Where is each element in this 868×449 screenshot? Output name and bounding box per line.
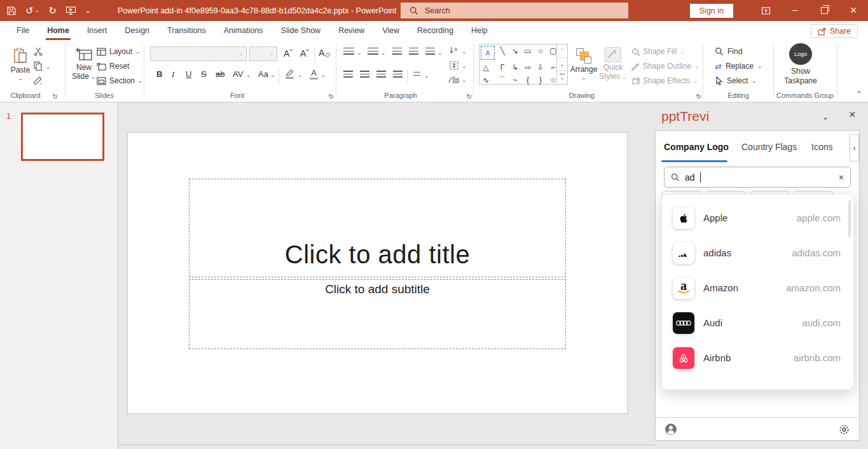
tab-review[interactable]: Review xyxy=(329,21,373,40)
tab-slide-show[interactable]: Slide Show xyxy=(272,21,330,40)
font-size-combobox[interactable]: ⌄ xyxy=(249,46,277,61)
titlebar-search[interactable]: Search xyxy=(401,3,628,18)
tab-view[interactable]: View xyxy=(373,21,408,40)
result-amazon[interactable]: a Amazon amazon.com xyxy=(662,270,853,305)
start-slideshow-icon[interactable] xyxy=(65,6,76,15)
text-direction-dropdown-icon[interactable]: ⌄ xyxy=(462,49,467,55)
reset-button[interactable]: Reset xyxy=(97,62,129,71)
shape-oval[interactable]: ○ xyxy=(534,45,547,57)
select-button[interactable]: Select⌄ xyxy=(715,76,757,85)
tab-home[interactable]: Home xyxy=(38,21,78,40)
customize-qat-icon[interactable]: ⌄ xyxy=(85,7,91,14)
result-audi[interactable]: Audi audi.com xyxy=(662,305,853,340)
undo-icon[interactable]: ↺⌄ xyxy=(25,6,39,15)
clear-search-icon[interactable]: × xyxy=(839,172,844,183)
align-left-icon[interactable] xyxy=(343,71,353,78)
tab-company-logo[interactable]: Company Logo xyxy=(664,142,729,152)
shape-right-arrow[interactable]: ⇨ xyxy=(521,61,534,74)
italic-button[interactable]: I xyxy=(172,70,174,78)
clipboard-dialog-launcher-icon[interactable] xyxy=(51,92,58,99)
highlight-dropdown-icon[interactable]: ⌄ xyxy=(298,73,303,78)
font-dialog-launcher-icon[interactable] xyxy=(327,92,334,99)
shape-elbow-arrow[interactable]: ↳ xyxy=(509,61,521,74)
save-icon[interactable] xyxy=(6,6,17,16)
arrange-button[interactable]: Arrange ⌄ xyxy=(571,45,596,83)
bold-button[interactable]: B xyxy=(156,70,162,78)
highlight-color-button[interactable] xyxy=(285,69,294,79)
convert-smartart-dropdown-icon[interactable]: ⌄ xyxy=(462,78,467,83)
slide-thumbnail[interactable] xyxy=(21,113,104,161)
new-slide-button[interactable]: New Slide ⌄ xyxy=(70,45,98,84)
font-color-dropdown-icon[interactable]: ⌄ xyxy=(321,73,326,78)
shape-right-brace[interactable]: } xyxy=(534,74,547,86)
font-name-combobox[interactable]: ⌄ xyxy=(150,46,247,61)
tab-country-flags[interactable]: Country Flags xyxy=(741,142,797,152)
sign-in-button[interactable]: Sign in xyxy=(690,4,733,18)
tab-help[interactable]: Help xyxy=(462,21,497,40)
numbering-icon[interactable] xyxy=(368,48,378,55)
tab-insert[interactable]: Insert xyxy=(78,21,116,40)
shape-scribble[interactable]: ∿ xyxy=(479,74,492,86)
copy-dropdown-icon[interactable]: ⌄ xyxy=(46,64,51,70)
shape-textbox[interactable]: A xyxy=(481,46,495,60)
shape-arc[interactable]: ⌒ xyxy=(496,74,509,86)
clear-formatting-button[interactable]: A xyxy=(319,48,331,57)
shape-left-brace[interactable]: { xyxy=(521,74,534,86)
shrink-font-button[interactable]: Aˇ xyxy=(300,49,309,58)
shape-gallery[interactable]: A ╲ ↘ ▭ ○ ▢ △ Γ ↳ ⇨ ⇩ ⌐ ∿ ⌒ ~ { } ☆ ⌃ xyxy=(479,44,568,85)
restore-button[interactable] xyxy=(809,0,839,21)
convert-smartart-icon[interactable] xyxy=(448,75,459,84)
quick-styles-button[interactable]: Quick Styles ⌄ xyxy=(599,45,627,83)
columns-icon[interactable] xyxy=(413,72,420,77)
change-case-dropdown-icon[interactable]: ⌄ xyxy=(270,73,275,78)
gallery-scroll-up-icon[interactable]: ⌃ xyxy=(557,45,567,57)
gallery-scroll-down-icon[interactable]: ⌄ xyxy=(557,57,567,71)
tab-transitions[interactable]: Transitions xyxy=(158,21,215,40)
columns-dropdown-icon[interactable]: ⌄ xyxy=(424,73,429,79)
text-direction-icon[interactable]: A xyxy=(449,46,459,56)
subtitle-placeholder[interactable]: Click to add subtitle xyxy=(189,279,566,349)
shape-triangle[interactable]: △ xyxy=(479,61,492,74)
redo-icon[interactable]: ↻ xyxy=(48,6,57,15)
layout-button[interactable]: Layout⌄ xyxy=(97,47,141,56)
increase-indent-icon[interactable] xyxy=(409,48,418,55)
shape-line[interactable]: ╲ xyxy=(496,45,509,57)
taskpane-collapse-button[interactable]: ‹ xyxy=(850,134,859,162)
shape-arrow[interactable]: ↘ xyxy=(509,45,521,57)
slide-canvas[interactable]: Click to add title Click to add subtitle xyxy=(127,132,628,414)
shape-down-arrow[interactable]: ⇩ xyxy=(534,61,547,74)
find-button[interactable]: Find xyxy=(715,47,742,56)
bullets-icon[interactable] xyxy=(343,48,354,55)
line-spacing-icon[interactable] xyxy=(425,48,435,55)
grow-font-button[interactable]: Aˆ xyxy=(284,49,293,58)
dropdown-scrollbar[interactable] xyxy=(848,200,851,237)
result-airbnb[interactable]: Airbnb airbnb.com xyxy=(662,340,853,375)
settings-gear-icon[interactable] xyxy=(838,424,850,436)
tab-design[interactable]: Design xyxy=(116,21,158,40)
text-shadow-button[interactable]: S xyxy=(201,70,207,78)
minimize-button[interactable] xyxy=(780,0,809,21)
shape-rectangle[interactable]: ▭ xyxy=(521,45,534,57)
account-avatar-icon[interactable] xyxy=(665,423,677,436)
shape-fill-button[interactable]: Shape Fill⌄ xyxy=(631,47,685,56)
shape-outline-button[interactable]: Shape Outline⌄ xyxy=(631,62,699,71)
result-apple[interactable]: Apple apple.com xyxy=(662,200,853,235)
character-spacing-dropdown-icon[interactable]: ⌄ xyxy=(246,73,251,78)
shape-effects-button[interactable]: Shape Effects⌄ xyxy=(631,76,698,85)
font-color-button[interactable]: A xyxy=(310,69,318,79)
cut-icon[interactable] xyxy=(33,46,43,57)
collapse-ribbon-icon[interactable]: ⌃ xyxy=(856,90,862,98)
logo-search-input[interactable]: ad × xyxy=(664,167,851,188)
align-center-icon[interactable] xyxy=(360,71,369,78)
replace-button[interactable]: ⇄ Replace⌄ xyxy=(715,62,762,71)
ribbon-display-options-icon[interactable] xyxy=(751,0,780,21)
shape-curve[interactable]: ~ xyxy=(509,74,521,86)
numbering-dropdown-icon[interactable]: ⌄ xyxy=(381,50,386,56)
align-text-dropdown-icon[interactable]: ⌄ xyxy=(462,64,467,69)
align-right-icon[interactable] xyxy=(376,71,386,78)
tab-recording[interactable]: Recording xyxy=(408,21,462,40)
taskpane-options-icon[interactable]: ⌄ xyxy=(822,113,829,121)
decrease-indent-icon[interactable] xyxy=(392,48,402,55)
justify-icon[interactable] xyxy=(393,71,403,78)
copy-icon[interactable] xyxy=(33,61,43,71)
